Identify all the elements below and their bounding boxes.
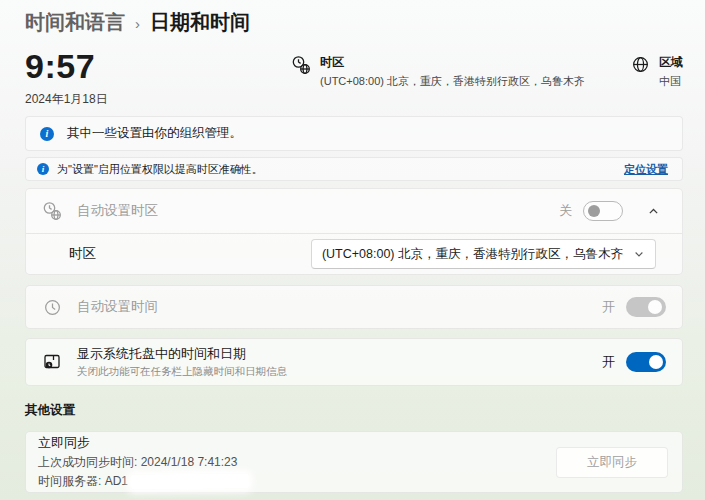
auto-timezone-toggle[interactable] [583, 201, 623, 221]
location-settings-link[interactable]: 定位设置 [624, 162, 668, 177]
toggle-knob [649, 355, 663, 369]
auto-time-state: 开 [602, 298, 615, 316]
chevron-up-icon [647, 205, 660, 218]
org-managed-banner: i 其中一些设置由你的组织管理。 [25, 116, 683, 151]
time-server-line: 时间服务器: AD1 [38, 473, 249, 490]
clock-globe-icon [291, 55, 311, 75]
region-value: 中国 [659, 74, 683, 89]
tray-clock-state: 开 [602, 353, 615, 371]
timezone-summary: 时区 (UTC+08:00) 北京，重庆，香港特别行政区，乌鲁木齐 [291, 54, 585, 89]
clock-block: 9:57 2024年1月18日 [25, 46, 205, 108]
tray-clock-row: 显示系统托盘中的时间和日期 关闭此功能可在任务栏上隐藏时间和日期信息 开 [26, 339, 682, 385]
location-permission-banner: i 为"设置"启用位置权限以提高时区准确性。 定位设置 [25, 157, 683, 181]
timezone-value: (UTC+08:00) 北京，重庆，香港特别行政区，乌鲁木齐 [320, 74, 585, 89]
auto-time-toggle[interactable] [626, 297, 666, 317]
timezone-row-label: 时区 [69, 245, 96, 263]
collapse-button[interactable] [640, 198, 666, 224]
chevron-down-icon [633, 248, 645, 260]
org-managed-text: 其中一些设置由你的组织管理。 [67, 125, 242, 142]
breadcrumb-time-language[interactable]: 时间和语言 [25, 9, 125, 36]
redacted-server-name [131, 473, 249, 489]
auto-time-card: 自动设置时间 开 [25, 285, 683, 329]
last-sync-time: 上次成功同步时间: 2024/1/18 7:41:23 [38, 454, 249, 471]
timezone-dropdown-value: (UTC+08:00) 北京，重庆，香港特别行政区，乌鲁木齐 [322, 246, 623, 263]
region-summary: 区域 中国 [631, 54, 683, 89]
auto-timezone-row: 自动设置时区 关 [26, 189, 682, 233]
clock-icon [41, 298, 63, 317]
timezone-label: 时区 [320, 54, 585, 71]
auto-time-row: 自动设置时间 开 [26, 286, 682, 328]
current-date: 2024年1月18日 [25, 91, 205, 108]
breadcrumb: 时间和语言 › 日期和时间 [25, 8, 683, 36]
other-settings-heading: 其他设置 [25, 402, 683, 418]
timezone-row: 时区 (UTC+08:00) 北京，重庆，香港特别行政区，乌鲁木齐 [26, 234, 682, 274]
current-time: 9:57 [25, 46, 205, 86]
tray-clock-description: 关闭此功能可在任务栏上隐藏时间和日期信息 [77, 365, 287, 379]
time-server-text: 时间服务器: AD1 [38, 473, 128, 490]
tray-clock-toggle[interactable] [626, 352, 666, 372]
sync-card: 立即同步 上次成功同步时间: 2024/1/18 7:41:23 时间服务器: … [25, 431, 683, 493]
tray-clock-card: 显示系统托盘中的时间和日期 关闭此功能可在任务栏上隐藏时间和日期信息 开 [25, 338, 683, 386]
auto-timezone-label: 自动设置时区 [77, 202, 158, 220]
auto-timezone-card: 自动设置时区 关 时区 (UTC+08:00) 北京，重庆，香港特别行政区，乌鲁… [25, 188, 683, 275]
auto-timezone-state: 关 [559, 202, 572, 220]
sync-now-title: 立即同步 [38, 434, 249, 452]
timezone-dropdown[interactable]: (UTC+08:00) 北京，重庆，香港特别行政区，乌鲁木齐 [311, 239, 656, 269]
auto-time-label: 自动设置时间 [77, 298, 158, 316]
region-label: 区域 [659, 54, 683, 71]
calendar-clock-icon [41, 352, 63, 372]
info-icon: i [40, 127, 54, 141]
toggle-knob [648, 300, 662, 314]
toggle-knob [588, 205, 600, 217]
sync-now-button[interactable]: 立即同步 [556, 447, 668, 478]
clock-globe-icon [41, 201, 63, 221]
globe-icon [631, 55, 650, 74]
hero-section: 9:57 2024年1月18日 时区 (UTC+08:00) 北京，重庆，香港特… [25, 46, 683, 108]
info-icon: i [37, 163, 49, 175]
tray-clock-label: 显示系统托盘中的时间和日期 [77, 345, 287, 363]
date-time-settings-page: 时间和语言 › 日期和时间 9:57 2024年1月18日 时区 (UTC+08… [0, 0, 705, 500]
breadcrumb-separator: › [135, 13, 140, 32]
page-title: 日期和时间 [150, 9, 250, 36]
location-permission-text: 为"设置"启用位置权限以提高时区准确性。 [57, 162, 263, 177]
